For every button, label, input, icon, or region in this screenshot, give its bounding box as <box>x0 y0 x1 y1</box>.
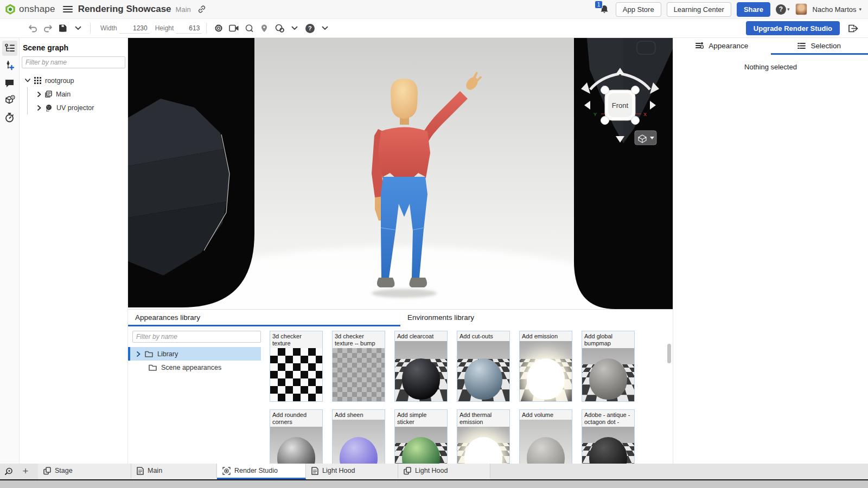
pin-icon[interactable] <box>257 21 272 35</box>
tree-node-main[interactable]: Main <box>34 87 125 101</box>
view-cube-menu-button[interactable] <box>635 131 656 145</box>
help-cube-icon[interactable]: ? <box>2 93 17 108</box>
assembly-icon <box>43 467 51 475</box>
document-tab-main[interactable]: Main <box>131 464 217 479</box>
appearance-card-label: Add thermal emission <box>457 410 509 427</box>
save-button[interactable] <box>55 21 71 35</box>
tab-environments-library[interactable]: Environments library <box>400 310 673 326</box>
document-tab-label: Main <box>148 467 162 474</box>
settings-gear-icon[interactable] <box>211 21 226 35</box>
tab-appearance[interactable]: Appearance <box>673 38 771 55</box>
width-label: Width <box>100 24 117 32</box>
part-studio-icon <box>311 467 318 475</box>
part-studio-icon <box>137 467 144 475</box>
share-button[interactable]: Share <box>737 2 770 17</box>
tab-appearances-library[interactable]: Appearances library <box>128 310 400 326</box>
appearance-card[interactable]: Adobe - antique - octagon dot - <box>582 409 635 464</box>
help-menu[interactable]: ? ▾ <box>776 4 790 15</box>
appearance-thumbnail <box>270 348 322 401</box>
appearance-card[interactable]: Add global bumpmap <box>582 331 635 402</box>
onshape-logo[interactable]: onshape <box>4 3 55 15</box>
scene-graph-title: Scene graph <box>23 43 125 52</box>
appearance-thumbnail <box>457 427 509 464</box>
appearance-card-label: Add volume <box>520 410 572 420</box>
save-menu-caret-icon[interactable] <box>71 21 86 35</box>
right-light-hood-panel[interactable] <box>574 38 673 309</box>
tree-node-rootgroup[interactable]: rootgroup <box>22 74 125 87</box>
appearance-thumbnail <box>270 427 322 464</box>
scene-graph-icon[interactable] <box>2 41 17 56</box>
render-sphere-icon[interactable] <box>241 21 257 35</box>
appearance-card[interactable]: Add emission <box>519 331 572 402</box>
appearance-card[interactable]: Add sheen <box>332 409 385 464</box>
appearance-card-label: Add simple sticker <box>395 410 447 427</box>
left-softbox-panel[interactable] <box>128 38 254 307</box>
height-field[interactable] <box>176 23 202 34</box>
document-tab-stage[interactable]: Stage <box>38 464 131 479</box>
appearance-card[interactable]: Add cut-outs <box>457 331 510 402</box>
appearance-card-label: Add cut-outs <box>457 331 509 341</box>
user-avatar[interactable] <box>795 3 807 15</box>
comments-icon[interactable] <box>2 75 17 91</box>
user-menu[interactable]: Nacho Martos ▾ <box>813 5 861 14</box>
appearance-card[interactable]: 3d checker texture <box>270 331 323 402</box>
appearance-thumbnail <box>582 427 634 464</box>
help-menu-caret-icon[interactable] <box>317 21 333 35</box>
selection-list-icon <box>797 42 806 49</box>
redo-button[interactable] <box>40 21 55 35</box>
add-entity-icon[interactable] <box>2 58 17 73</box>
help-caret-icon: ▾ <box>787 7 790 12</box>
appearance-card[interactable]: Add volume <box>519 409 572 464</box>
appearance-card[interactable]: Add thermal emission <box>457 409 510 464</box>
chevron-right-icon[interactable] <box>37 105 41 111</box>
tree-node-uv-projector[interactable]: UV projector <box>34 101 125 114</box>
logo-text: onshape <box>19 4 55 15</box>
library-tree-item-library[interactable]: Library <box>128 347 261 361</box>
library-tree-panel: Library Scene appearances <box>128 326 265 464</box>
library-tree-item-scene-appearances[interactable]: Scene appearances <box>128 361 261 374</box>
tree-node-label: Main <box>56 91 71 98</box>
width-field[interactable] <box>119 23 150 34</box>
search-tabs-icon[interactable] <box>0 464 17 479</box>
document-tab-render-studio[interactable]: Render Studio <box>217 464 306 479</box>
appearance-card-label: Add emission <box>520 331 572 341</box>
appearance-card-label: Adobe - antique - octagon dot - <box>582 410 634 427</box>
render-viewport[interactable]: X Y Z Front <box>128 38 673 309</box>
toolbar-help-icon[interactable]: ? <box>302 21 317 35</box>
document-tab-label: Stage <box>55 467 73 474</box>
chevron-down-icon[interactable] <box>25 79 30 82</box>
sign-out-icon[interactable] <box>845 21 860 35</box>
appearance-card[interactable]: Add simple sticker <box>394 409 448 464</box>
add-tab-button[interactable]: + <box>17 464 34 479</box>
app-store-button[interactable]: App Store <box>616 2 661 17</box>
render-settings-icon[interactable] <box>272 21 287 35</box>
window-bottom-strip <box>0 479 868 488</box>
link-icon[interactable] <box>197 5 206 14</box>
chevron-right-icon[interactable] <box>37 92 41 97</box>
folder-icon <box>145 351 153 357</box>
appearance-card[interactable]: 3d checker texture -- bump <box>332 331 385 402</box>
document-tab-bar: + StageMainRender StudioLight HoodLight … <box>0 464 868 479</box>
scene-graph-filter-input[interactable] <box>22 56 125 68</box>
tab-selection[interactable]: Selection <box>771 38 868 55</box>
appearance-card[interactable]: Add clearcoat <box>394 331 448 402</box>
appearance-thumbnail <box>520 420 572 464</box>
upgrade-render-studio-button[interactable]: Upgrade Render Studio <box>746 21 840 35</box>
render-menu-caret-icon[interactable] <box>287 21 302 35</box>
notifications-bell-icon[interactable]: 1 <box>598 3 610 15</box>
document-tab-light-hood[interactable]: Light Hood <box>398 464 490 479</box>
library-filter-input[interactable] <box>132 331 261 343</box>
history-icon[interactable] <box>2 110 17 125</box>
undo-button[interactable] <box>25 21 40 35</box>
camera-icon[interactable] <box>226 21 241 35</box>
learning-center-button[interactable]: Learning Center <box>667 2 731 17</box>
document-version[interactable]: Main <box>176 5 191 14</box>
chevron-right-icon[interactable] <box>137 351 141 357</box>
hamburger-menu-icon[interactable] <box>63 5 73 13</box>
library-scrollbar[interactable] <box>667 344 671 363</box>
notification-badge: 1 <box>595 1 603 9</box>
user-caret-icon: ▾ <box>859 7 861 12</box>
document-tab-light-hood[interactable]: Light Hood <box>306 464 398 479</box>
appearance-thumbnail <box>333 348 385 401</box>
appearance-card[interactable]: Add rounded corners <box>270 409 323 464</box>
